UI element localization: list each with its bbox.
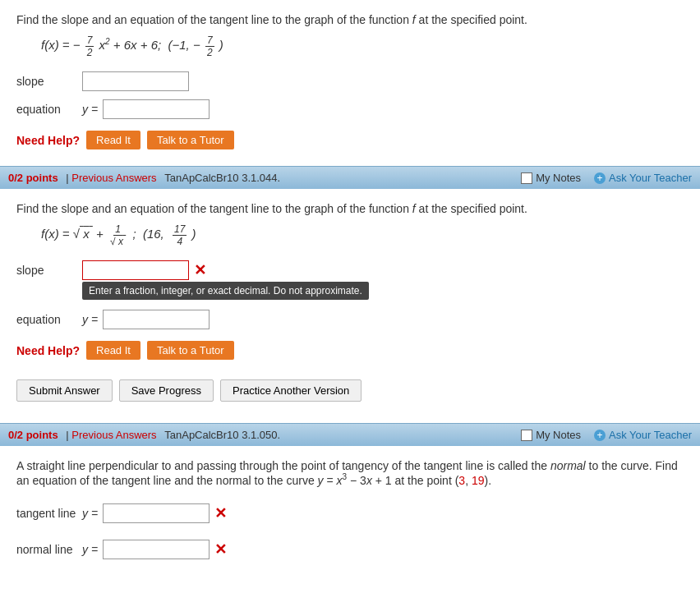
problem-text-3: A straight line perpendicular to and pas… bbox=[16, 459, 684, 487]
slope-label-1: slope bbox=[16, 75, 82, 88]
equation-row-2: equation y = bbox=[16, 310, 684, 329]
save-progress-button[interactable]: Save Progress bbox=[119, 379, 214, 402]
prev-answers-3: Previous Answers bbox=[71, 429, 156, 441]
ask-teacher-button-3[interactable]: + Ask Your Teacher bbox=[594, 429, 692, 441]
problem-text-1: Find the slope and an equation of the ta… bbox=[16, 13, 684, 26]
slope-input-2[interactable] bbox=[82, 260, 189, 280]
talk-tutor-button-2[interactable]: Talk to a Tutor bbox=[147, 341, 234, 360]
slope-input-wrapper-2: ✕ bbox=[82, 260, 206, 280]
read-it-button-2[interactable]: Read It bbox=[86, 341, 140, 360]
plus-icon-2: + bbox=[594, 172, 606, 184]
equation-label-1: equation bbox=[16, 103, 82, 116]
need-help-1: Need Help? Read It Talk to a Tutor bbox=[16, 131, 684, 149]
equation-label-2: equation bbox=[16, 313, 82, 326]
problem-content-3: A straight line perpendicular to and pas… bbox=[0, 446, 700, 584]
formula-2: f(x) = √ x + 1 √ x ; (16, 17 4 ) bbox=[41, 223, 684, 247]
problem-text-2: Find the slope and an equation of the ta… bbox=[16, 202, 684, 215]
submit-answer-button[interactable]: Submit Answer bbox=[16, 379, 113, 402]
notes-label-3: My Notes bbox=[536, 429, 581, 441]
normal-line-input[interactable] bbox=[103, 540, 210, 559]
tangent-line-label: tangent line bbox=[16, 507, 82, 520]
talk-tutor-button-1[interactable]: Talk to a Tutor bbox=[147, 131, 234, 149]
equation-row-1: equation y = bbox=[16, 99, 684, 119]
equation-eq-2: y = bbox=[82, 313, 98, 326]
plus-icon-3: + bbox=[594, 430, 606, 441]
normal-line-eq: y = bbox=[82, 543, 98, 556]
tangent-line-input[interactable] bbox=[103, 503, 210, 523]
tooltip-2: Enter a fraction, integer, or exact deci… bbox=[82, 282, 369, 300]
ask-teacher-button-2[interactable]: + Ask Your Teacher bbox=[594, 172, 692, 184]
equation-input-1[interactable] bbox=[103, 99, 210, 119]
tangent-line-error-icon: ✕ bbox=[214, 504, 227, 522]
slope-input-1[interactable] bbox=[82, 71, 189, 91]
slope-row-2: slope ✕ Enter a fraction, integer, or ex… bbox=[16, 260, 684, 280]
equation-eq-1: y = bbox=[82, 103, 98, 116]
problem-section-2: 0/2 points | Previous Answers TanApCalcB… bbox=[0, 166, 700, 423]
points-badge-2: 0/2 points bbox=[8, 172, 58, 184]
need-help-2: Need Help? Read It Talk to a Tutor bbox=[16, 341, 684, 360]
notes-icon-2 bbox=[521, 172, 532, 184]
my-notes-button-2[interactable]: My Notes bbox=[521, 172, 581, 184]
problem-content-2: Find the slope and an equation of the ta… bbox=[0, 189, 700, 423]
notes-icon-3 bbox=[521, 430, 532, 441]
notes-label-2: My Notes bbox=[536, 172, 581, 184]
prev-answers-2: Previous Answers bbox=[71, 172, 156, 184]
normal-line-row: normal line y = ✕ bbox=[16, 540, 684, 559]
points-badge-3: 0/2 points bbox=[8, 429, 58, 441]
equation-input-2[interactable] bbox=[103, 310, 210, 329]
ask-teacher-label-3: Ask Your Teacher bbox=[609, 429, 692, 441]
slope-input-container-2: ✕ Enter a fraction, integer, or exact de… bbox=[82, 260, 206, 280]
tangent-line-row: tangent line y = ✕ bbox=[16, 503, 684, 523]
formula-1: f(x) = − 7 2 x2 + 6x + 6; (−1, − 7 2 ) bbox=[41, 34, 684, 58]
need-help-label-1: Need Help? bbox=[16, 134, 80, 147]
slope-error-icon-2: ✕ bbox=[194, 261, 206, 279]
slope-label-2: slope bbox=[16, 264, 82, 277]
practice-another-button[interactable]: Practice Another Version bbox=[220, 379, 362, 402]
normal-line-error-icon: ✕ bbox=[214, 540, 227, 559]
slope-row-1: slope bbox=[16, 71, 684, 91]
course-code-2: TanApCalcBr10 3.1.044. bbox=[164, 172, 521, 184]
read-it-button-1[interactable]: Read It bbox=[86, 131, 140, 149]
problem-section-1: Find the slope and an equation of the ta… bbox=[0, 0, 700, 166]
problem-section-3: 0/2 points | Previous Answers TanApCalcB… bbox=[0, 423, 700, 584]
need-help-label-2: Need Help? bbox=[16, 344, 80, 357]
section-header-3: 0/2 points | Previous Answers TanApCalcB… bbox=[0, 423, 700, 446]
tangent-line-eq: y = bbox=[82, 507, 98, 520]
action-buttons-2: Submit Answer Save Progress Practice Ano… bbox=[16, 371, 684, 407]
my-notes-button-3[interactable]: My Notes bbox=[521, 429, 581, 441]
course-code-3: TanApCalcBr10 3.1.050. bbox=[164, 429, 521, 441]
normal-line-label: normal line bbox=[16, 543, 82, 556]
section-header-2: 0/2 points | Previous Answers TanApCalcB… bbox=[0, 166, 700, 189]
ask-teacher-label-2: Ask Your Teacher bbox=[609, 172, 692, 184]
